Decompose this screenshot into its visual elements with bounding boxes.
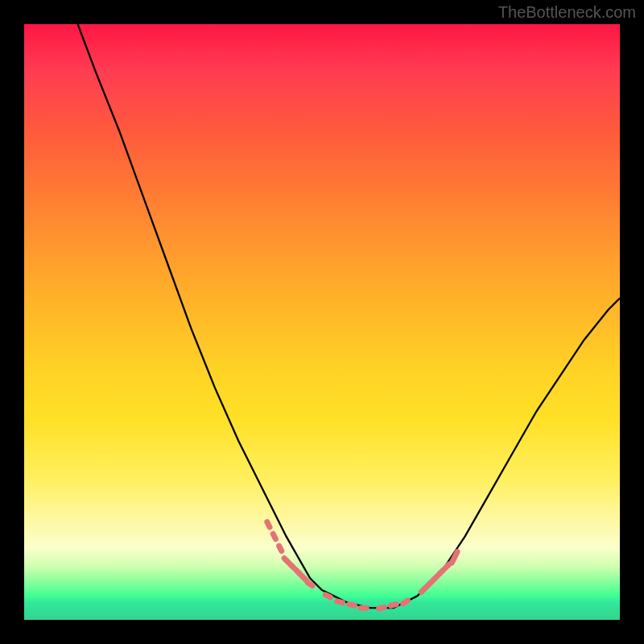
marker-dot <box>345 601 357 609</box>
marker-dot <box>375 604 387 612</box>
marker-group <box>263 518 461 613</box>
marker-dot <box>358 605 369 611</box>
marker-dot <box>387 601 399 609</box>
marker-dot <box>334 598 346 606</box>
watermark-text: TheBottleneck.com <box>498 3 636 22</box>
marker-dot <box>270 530 280 543</box>
plot-area <box>24 24 620 620</box>
chart-svg <box>24 24 620 620</box>
marker-dot <box>263 518 274 531</box>
marker-dot <box>399 597 412 608</box>
marker-dot <box>275 542 286 555</box>
bottleneck-curve <box>78 24 620 608</box>
